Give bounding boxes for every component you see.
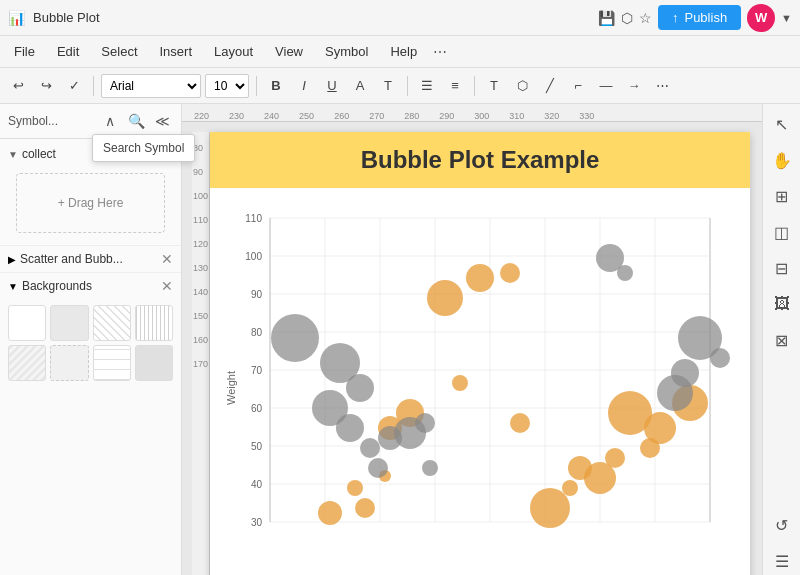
align-left-button[interactable]: ☰ xyxy=(415,74,439,98)
toolbar-sep-1 xyxy=(93,76,94,96)
ruler-mark: 330 xyxy=(579,111,614,121)
toolbar-sep-4 xyxy=(474,76,475,96)
italic-button[interactable]: I xyxy=(292,74,316,98)
menu-symbol[interactable]: Symbol xyxy=(315,40,378,63)
image-tool-btn[interactable]: 🖼 xyxy=(768,290,796,318)
sidebar-collapse-btn[interactable]: ≪ xyxy=(151,110,173,132)
svg-point-63 xyxy=(710,348,730,368)
star-icon[interactable]: ☆ xyxy=(639,10,652,26)
menu-file[interactable]: File xyxy=(4,40,45,63)
layers-tool-btn[interactable]: ◫ xyxy=(768,218,796,246)
cursor-tool-btn[interactable]: ↖ xyxy=(768,110,796,138)
sidebar-expand-btn[interactable]: ∧ xyxy=(99,110,121,132)
undo-button[interactable]: ↩ xyxy=(6,74,30,98)
bg-tile-5[interactable] xyxy=(8,345,46,381)
dropdown-icon[interactable]: ▼ xyxy=(781,12,792,24)
stack-tool-btn[interactable]: ⊟ xyxy=(768,254,796,282)
bg-tile-white[interactable] xyxy=(8,305,46,341)
svg-point-30 xyxy=(562,480,578,496)
ruler-v-mark: 110 xyxy=(192,204,209,228)
shape-button[interactable]: ⬡ xyxy=(510,74,534,98)
spellcheck-button[interactable]: ✓ xyxy=(62,74,86,98)
font-color-button[interactable]: A xyxy=(348,74,372,98)
grid-tool-btn[interactable]: ⊞ xyxy=(768,182,796,210)
canvas-area[interactable]: 220 230 240 250 260 270 280 290 300 310 … xyxy=(182,104,762,575)
underline-button[interactable]: U xyxy=(320,74,344,98)
svg-point-59 xyxy=(617,265,633,281)
svg-point-44 xyxy=(318,501,342,525)
toolbar-sep-2 xyxy=(256,76,257,96)
menu-edit[interactable]: Edit xyxy=(47,40,89,63)
menu-select[interactable]: Select xyxy=(91,40,147,63)
sidebar-search-btn[interactable]: 🔍 xyxy=(125,110,147,132)
bg-tile-8[interactable] xyxy=(135,345,173,381)
app-icon: 📊 xyxy=(8,10,25,26)
bg-tile-light[interactable] xyxy=(50,305,88,341)
pan-tool-btn[interactable]: ✋ xyxy=(768,146,796,174)
font-family-select[interactable]: Arial xyxy=(101,74,201,98)
svg-point-37 xyxy=(427,280,463,316)
ruler-v-mark: 160 xyxy=(192,324,209,348)
svg-point-53 xyxy=(415,413,435,433)
ruler-mark: 320 xyxy=(544,111,579,121)
scatter-section: ▶ Scatter and Bubb... ✕ xyxy=(0,246,181,273)
line-style-button[interactable]: — xyxy=(594,74,618,98)
svg-point-32 xyxy=(347,480,363,496)
menu-help[interactable]: Help xyxy=(380,40,427,63)
share-icon[interactable]: ⬡ xyxy=(621,10,633,26)
menu-layout[interactable]: Layout xyxy=(204,40,263,63)
font-size-select[interactable]: 10 xyxy=(205,74,249,98)
svg-point-33 xyxy=(355,498,375,518)
svg-point-28 xyxy=(605,448,625,468)
history-tool-btn[interactable]: ↺ xyxy=(768,511,796,539)
publish-button[interactable]: ↑ Publish xyxy=(658,5,741,30)
scatter-close-icon[interactable]: ✕ xyxy=(161,251,173,267)
toolbar-sep-3 xyxy=(407,76,408,96)
bg-tile-pattern1[interactable] xyxy=(93,305,131,341)
table-tool-btn[interactable]: ⊠ xyxy=(768,326,796,354)
svg-point-54 xyxy=(422,460,438,476)
ruler-marks: 220 230 240 250 260 270 280 290 300 310 … xyxy=(182,104,614,121)
main-layout: Symbol... ∧ 🔍 ≪ Search Symbol ▼ collect … xyxy=(0,104,800,575)
bg-tile-6[interactable] xyxy=(50,345,88,381)
bg-arrow-icon: ▼ xyxy=(8,281,18,292)
bg-tile-pattern2[interactable] xyxy=(135,305,173,341)
menu-extra-icon[interactable]: ⋯ xyxy=(433,44,447,60)
redo-button[interactable]: ↪ xyxy=(34,74,58,98)
title-text: Bubble Plot xyxy=(33,10,590,25)
text-format-button[interactable]: T xyxy=(376,74,400,98)
text-box-button[interactable]: T xyxy=(482,74,506,98)
y-axis-label: Weight xyxy=(225,371,237,405)
save-icon[interactable]: 💾 xyxy=(598,10,615,26)
ruler-v-mark: 170 xyxy=(192,348,209,372)
svg-text:70: 70 xyxy=(251,365,263,376)
ruler-v-mark: 150 xyxy=(192,300,209,324)
ruler-mark: 310 xyxy=(509,111,544,121)
connector-button[interactable]: ⌐ xyxy=(566,74,590,98)
svg-text:80: 80 xyxy=(251,327,263,338)
svg-point-47 xyxy=(271,314,319,362)
arrow-button[interactable]: → xyxy=(622,74,646,98)
menu-view[interactable]: View xyxy=(265,40,313,63)
right-panel: ↖ ✋ ⊞ ◫ ⊟ 🖼 ⊠ ↺ ☰ xyxy=(762,104,800,575)
bg-close-icon[interactable]: ✕ xyxy=(161,278,173,294)
scatter-header[interactable]: ▶ Scatter and Bubb... ✕ xyxy=(0,246,181,272)
svg-point-45 xyxy=(452,375,468,391)
more-button[interactable]: ⋯ xyxy=(650,74,674,98)
menu-insert[interactable]: Insert xyxy=(150,40,203,63)
svg-point-57 xyxy=(368,458,388,478)
backgrounds-header[interactable]: ▼ Backgrounds ✕ xyxy=(0,273,181,299)
user-avatar[interactable]: W xyxy=(747,4,775,32)
line-button[interactable]: ╱ xyxy=(538,74,562,98)
ruler-mark: 240 xyxy=(264,111,299,121)
bold-button[interactable]: B xyxy=(264,74,288,98)
bubble-chart-svg: Weight xyxy=(220,198,730,558)
ruler-mark: 260 xyxy=(334,111,369,121)
svg-point-38 xyxy=(466,264,494,292)
align-options-button[interactable]: ≡ xyxy=(443,74,467,98)
drag-here-area[interactable]: + Drag Here xyxy=(16,173,165,233)
settings-bottom-btn[interactable]: ☰ xyxy=(768,547,796,575)
svg-text:30: 30 xyxy=(251,517,263,528)
svg-point-46 xyxy=(510,413,530,433)
bg-tile-7[interactable] xyxy=(93,345,131,381)
